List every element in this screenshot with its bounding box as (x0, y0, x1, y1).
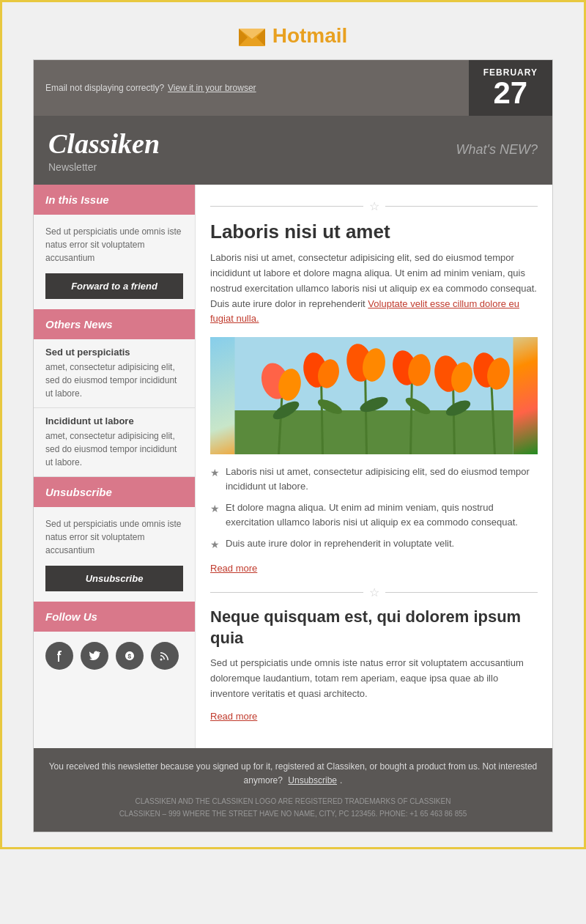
article1-bullet-list: ★ Laboris nisi ut amet, consectetur adip… (210, 465, 538, 552)
email-container: Email not displaying correctly? View it … (33, 59, 553, 832)
section-unsub-text: Sed ut perspiciatis unde omnis iste natu… (45, 517, 183, 557)
brand-subtitle: Newsletter (48, 161, 160, 173)
forward-to-friend-button[interactable]: Forward to a friend (45, 273, 183, 299)
date-day: 27 (494, 78, 528, 108)
rss-icon[interactable] (151, 642, 179, 670)
divider2-line-left (210, 592, 363, 593)
star-bullet-3-icon: ★ (210, 537, 220, 552)
brand-bar: Classiken Newsletter What's NEW? (34, 116, 552, 185)
twitter-icon[interactable] (81, 642, 108, 670)
svg-line-13 (366, 370, 367, 454)
sidebar-section-others: Others News (34, 309, 195, 339)
divider-line-right (385, 206, 538, 207)
top-bar: Email not displaying correctly? View it … (34, 60, 552, 116)
star-bullet-1-icon: ★ (210, 465, 220, 481)
section-unsub-content: Sed ut perspiciatis unde omnis iste natu… (34, 507, 195, 602)
article1-divider: ☆ (210, 199, 538, 213)
star-divider-icon: ☆ (369, 199, 379, 213)
article2-body: Sed ut perspiciatis unde omnis iste natu… (210, 656, 538, 701)
brand-info: Classiken Newsletter (48, 127, 160, 173)
article1-title: Laboris nisi ut amet (210, 221, 538, 243)
footer-trademark1: CLASSIKEN AND THE CLASSIKEN LOGO ARE REG… (48, 795, 538, 807)
article1-image (210, 337, 538, 454)
hotmail-title: Hotmail (272, 24, 348, 48)
facebook-icon[interactable] (45, 642, 73, 670)
unsubscribe-button[interactable]: Unsubscribe (45, 566, 183, 591)
skype-icon[interactable] (116, 642, 144, 670)
star-bullet-2-icon: ★ (210, 501, 220, 517)
sidebar: In this Issue Sed ut perspiciatis unde o… (34, 185, 195, 748)
section-others-label: Others News (45, 318, 113, 330)
sidebar-section-unsub: Unsubscribe (34, 477, 195, 507)
section-unsub-label: Unsubscribe (45, 486, 112, 498)
divider2-line-right (385, 592, 538, 593)
sidebar-section-issue: In this Issue (34, 185, 195, 215)
article2-read-more-link[interactable]: Read more (210, 711, 257, 722)
news-item-1: Sed ut perspiciatis amet, consectetur ad… (34, 339, 195, 408)
divider-line-left (210, 206, 363, 207)
bullet-item-1: ★ Laboris nisi ut amet, consectetur adip… (210, 465, 538, 493)
news-item-2: Incididunt ut labore amet, consectetur a… (34, 408, 195, 477)
bullet-item-3: ★ Duis aute irure dolor in reprehenderit… (210, 536, 538, 552)
notice-text: Email not displaying correctly? (45, 83, 164, 93)
article2-divider: ☆ (210, 585, 538, 599)
main-content: In this Issue Sed ut perspiciatis unde o… (34, 185, 552, 748)
bullet-item-2: ★ Et dolore magna aliqua. Ut enim ad min… (210, 500, 538, 529)
footer-unsubscribe-link[interactable]: Unsubscribe (288, 775, 337, 786)
section-issue-text: Sed ut perspiciatis unde omnis iste natu… (45, 225, 183, 265)
star-divider2-icon: ☆ (369, 585, 379, 599)
news-item-1-title: Sed ut perspiciatis (45, 347, 183, 358)
footer-trademark2: CLASSIKEN – 999 WHERE THE STREET HAVE NO… (48, 807, 538, 820)
section-issue-label: In this Issue (45, 193, 109, 206)
news-item-2-title: Incididunt ut labore (45, 415, 183, 426)
svg-point-4 (160, 659, 163, 661)
whats-new: What's NEW? (456, 142, 538, 158)
section-follow-label: Follow Us (45, 610, 97, 623)
footer: You received this newsletter because you… (34, 748, 552, 832)
svg-line-19 (453, 381, 455, 454)
svg-line-10 (322, 377, 323, 454)
tulip-svg (210, 337, 538, 454)
bullet2-text: Et dolore magna aliqua. Ut enim ad minim… (226, 500, 538, 529)
article1-body: Laboris nisi ut amet, consectetur adipis… (210, 251, 538, 327)
brand-name: Classiken (48, 127, 160, 160)
article1-read-more-link[interactable]: Read more (210, 563, 257, 574)
view-in-browser-link[interactable]: View it in your browser (168, 83, 256, 93)
section-issue-content: Sed ut perspiciatis unde omnis iste natu… (34, 215, 195, 309)
top-bar-left: Email not displaying correctly? View it … (34, 60, 469, 116)
sidebar-section-follow: Follow Us (34, 602, 195, 632)
bullet1-text: Laboris nisi ut amet, consectetur adipis… (226, 465, 538, 493)
svg-line-16 (411, 374, 412, 454)
news-item-1-text: amet, consectetur adipisicing elit, sed … (45, 361, 183, 400)
follow-icons (34, 632, 195, 680)
article-area: ☆ Laboris nisi ut amet Laboris nisi ut a… (195, 185, 552, 748)
bullet3-text: Duis aute irure dolor in reprehenderit i… (226, 536, 454, 551)
hotmail-header: Hotmail (239, 17, 348, 48)
footer-main-text: You received this newsletter because you… (48, 760, 538, 788)
article2-title: Neque quisquam est, qui dolorem ipsum qu… (210, 607, 538, 648)
hotmail-logo-icon (239, 26, 265, 46)
date-box: FEBRUARY 27 (469, 60, 552, 116)
news-item-2-text: amet, consectetur adipisicing elit, sed … (45, 429, 183, 469)
